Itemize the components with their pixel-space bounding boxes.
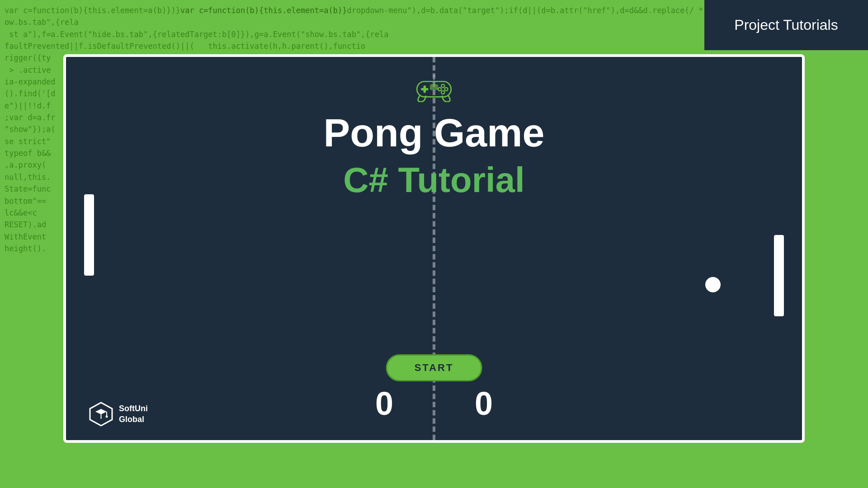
svg-rect-3 bbox=[430, 84, 438, 90]
paddle-right bbox=[774, 235, 784, 316]
svg-point-4 bbox=[441, 84, 444, 88]
svg-rect-2 bbox=[421, 88, 428, 90]
ball bbox=[705, 277, 721, 292]
banner-title: Project Tutorials bbox=[734, 17, 838, 33]
svg-point-6 bbox=[438, 88, 441, 91]
scores-area: 0 0 bbox=[375, 385, 493, 422]
game-subtitle: C# Tutorial bbox=[343, 160, 525, 201]
softuni-text-line1: SoftUni bbox=[119, 404, 148, 414]
gamepad-icon bbox=[414, 75, 454, 102]
score-left: 0 bbox=[375, 385, 393, 422]
score-right: 0 bbox=[475, 385, 493, 422]
svg-marker-10 bbox=[95, 409, 107, 414]
game-card: Pong Game C# Tutorial START 0 0 SoftUni … bbox=[63, 54, 805, 443]
project-tutorials-banner: Project Tutorials bbox=[704, 0, 868, 50]
softuni-text-line2: Global bbox=[119, 414, 148, 425]
game-title: Pong Game bbox=[324, 111, 545, 155]
start-button-label: START bbox=[415, 362, 454, 373]
softuni-logo: SoftUni Global bbox=[89, 402, 148, 427]
softuni-name: SoftUni Global bbox=[119, 404, 148, 425]
start-button[interactable]: START bbox=[386, 354, 482, 381]
svg-point-13 bbox=[106, 416, 108, 418]
start-button-container[interactable]: START bbox=[386, 354, 482, 381]
softuni-emblem-icon bbox=[89, 402, 113, 427]
svg-point-7 bbox=[441, 91, 444, 94]
paddle-left bbox=[84, 194, 94, 276]
svg-point-5 bbox=[444, 88, 448, 91]
title-area: Pong Game C# Tutorial bbox=[324, 75, 545, 201]
